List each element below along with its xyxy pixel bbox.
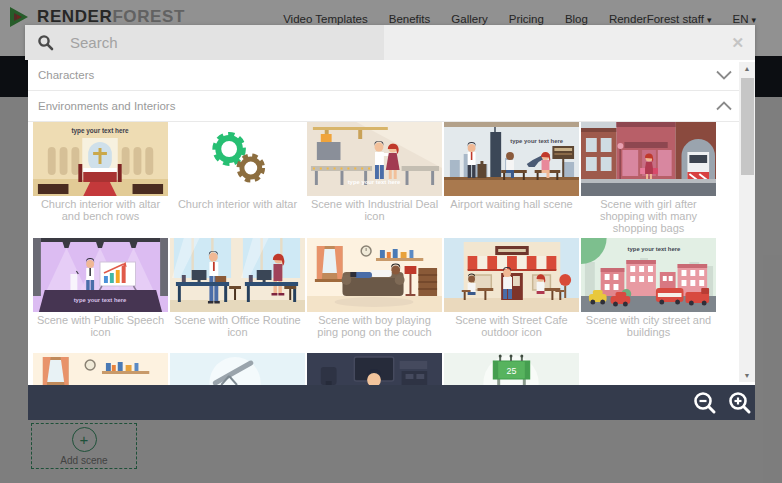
scene-thumbnail-night-desk[interactable]: [307, 353, 442, 385]
scene-library-panel: Characters Environments and Interiors: [28, 60, 755, 420]
svg-text:type your text here: type your text here: [74, 297, 127, 303]
loading-gears-icon[interactable]: [170, 122, 305, 196]
scene-thumbnail-office-routine[interactable]: [170, 238, 305, 312]
accordion-environments[interactable]: Environments and Interiors: [28, 91, 755, 122]
scene-caption: Scene with Public Speech icon: [33, 315, 168, 339]
scene-card[interactable]: type your text here Scene with Public Sp…: [33, 238, 168, 339]
scene-card[interactable]: 25: [444, 353, 579, 385]
svg-text:type your text here: type your text here: [348, 179, 401, 185]
scene-thumbnail-church-benches[interactable]: type your text here: [33, 122, 168, 196]
svg-text:25: 25: [507, 366, 517, 376]
scrollbar-thumb[interactable]: [741, 78, 754, 175]
scene-caption: Scene with boy playing ping pong on the …: [307, 315, 442, 339]
scene-thumbnail-billboard-25[interactable]: 25: [444, 353, 579, 385]
scene-thumbnail-airport[interactable]: type your text here: [444, 122, 579, 196]
scene-caption: Scene with girl after shopping with many…: [581, 199, 716, 235]
scene-card[interactable]: type your text here Airport waiting hall…: [444, 122, 579, 235]
scroll-down-icon[interactable]: ▼: [739, 372, 755, 379]
scene-grid-row: type your text here Scene with Public Sp…: [33, 238, 716, 339]
search-input-zone[interactable]: [25, 25, 384, 60]
scene-card[interactable]: [307, 353, 442, 385]
scene-caption: Scene with city street and buildings: [581, 315, 716, 339]
scene-caption: Church interior with altar and bench row…: [33, 199, 168, 223]
scene-grid-row: 25: [33, 353, 716, 385]
search-input[interactable]: [68, 33, 368, 52]
scene-search-bar: ✕: [25, 25, 755, 60]
scene-card[interactable]: [170, 353, 305, 385]
scene-card[interactable]: type your text here Scene with Industria…: [307, 122, 442, 235]
scene-caption: Scene with Industrial Deal icon: [307, 199, 442, 223]
scroll-up-icon[interactable]: ▲: [739, 65, 755, 72]
scene-grid-row: type your text here Church interior with…: [33, 122, 716, 235]
chevron-up-icon: [716, 101, 732, 111]
scene-thumbnail-public-speech[interactable]: type your text here: [33, 238, 168, 312]
scene-thumbnail-living-room[interactable]: [33, 353, 168, 385]
preview-toolbar: [28, 385, 755, 420]
accordion-characters[interactable]: Characters: [28, 60, 755, 91]
svg-text:type your text here: type your text here: [71, 127, 129, 135]
scene-thumbnail-city-street[interactable]: type your text here: [581, 238, 716, 312]
scene-caption: Airport waiting hall scene: [444, 199, 579, 211]
scene-caption: Scene with Office Routine icon: [170, 315, 305, 339]
scene-card[interactable]: Scene with Street Cafe outdoor icon: [444, 238, 579, 339]
zoom-out-icon[interactable]: [692, 390, 718, 416]
scene-card[interactable]: [33, 353, 168, 385]
section-label: Environments and Interiors: [38, 100, 175, 112]
search-icon: [37, 34, 54, 51]
empty-grid-cell: [581, 353, 716, 385]
chevron-down-icon: [716, 70, 732, 80]
scene-thumbnail-telescope[interactable]: [170, 353, 305, 385]
scene-card[interactable]: Scene with girl after shopping with many…: [581, 122, 716, 235]
scene-card[interactable]: type your text here Church interior with…: [33, 122, 168, 235]
scrollbar[interactable]: ▲ ▼: [739, 62, 755, 382]
svg-text:type your text here: type your text here: [628, 246, 681, 252]
scene-thumbnail-ping-pong-couch[interactable]: [307, 238, 442, 312]
scene-card[interactable]: Scene with boy playing ping pong on the …: [307, 238, 442, 339]
scene-card[interactable]: Church interior with altar: [170, 122, 305, 235]
scene-card[interactable]: type your text here Scene with city stre…: [581, 238, 716, 339]
app-window: RENDERFOREST Video Templates Benefits Ga…: [0, 0, 782, 483]
scene-thumbnail-street-cafe[interactable]: [444, 238, 579, 312]
scene-thumbnail-industrial-deal[interactable]: type your text here: [307, 122, 442, 196]
zoom-in-icon[interactable]: [727, 390, 753, 416]
scene-card[interactable]: Scene with Office Routine icon: [170, 238, 305, 339]
close-icon[interactable]: ✕: [731, 34, 744, 52]
scene-thumbnail-shopping-girl[interactable]: [581, 122, 716, 196]
section-label: Characters: [38, 69, 94, 81]
scene-caption: Church interior with altar: [170, 199, 305, 211]
svg-text:type your text here: type your text here: [510, 138, 563, 144]
scene-caption: Scene with Street Cafe outdoor icon: [444, 315, 579, 339]
